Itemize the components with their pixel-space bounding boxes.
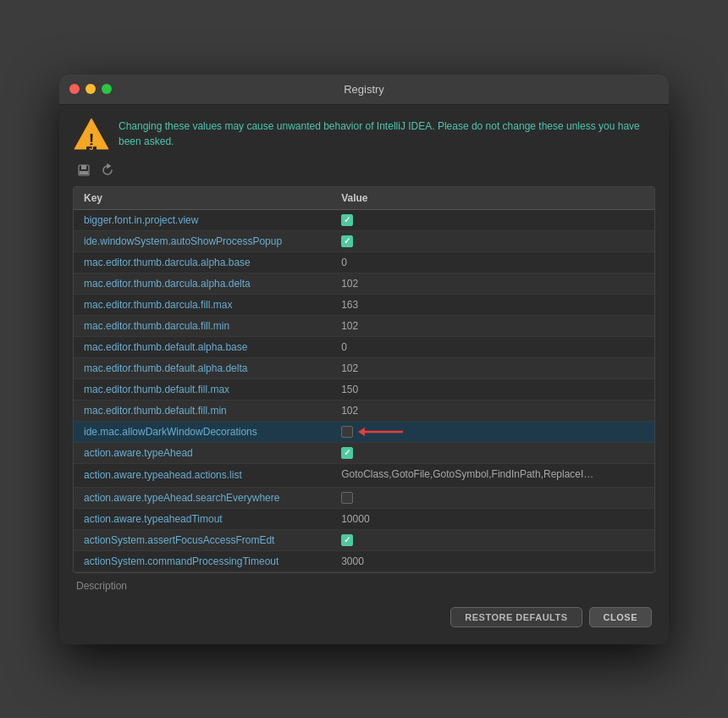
key-cell: action.aware.typeAhead.searchEverywhere xyxy=(74,487,331,508)
description-section: Description xyxy=(73,573,655,599)
key-cell: ide.windowSystem.autoShowProcessPopup xyxy=(74,230,331,251)
registry-window: Registry ! J Changing these values may c… xyxy=(59,75,669,644)
checkbox[interactable] xyxy=(341,534,353,546)
value-cell[interactable] xyxy=(331,209,654,230)
value-cell[interactable]: 0 xyxy=(331,251,654,273)
titlebar: Registry xyxy=(59,75,669,105)
table-row[interactable]: ide.mac.allowDarkWindowDecorations xyxy=(74,421,654,442)
table-header-row: Key Value xyxy=(74,187,654,210)
refresh-button[interactable] xyxy=(98,161,117,180)
value-cell[interactable]: 163 xyxy=(331,294,654,315)
checkbox[interactable] xyxy=(341,235,353,247)
key-cell: mac.editor.thumb.default.alpha.delta xyxy=(74,357,331,378)
table-row[interactable]: mac.editor.thumb.default.alpha.base0 xyxy=(74,336,654,357)
table-row[interactable]: actionSystem.assertFocusAccessFromEdt xyxy=(74,529,654,550)
checkbox[interactable] xyxy=(341,426,353,438)
svg-marker-7 xyxy=(108,164,110,168)
restore-defaults-button[interactable]: RESTORE DEFAULTS xyxy=(450,607,582,627)
table-row[interactable]: action.aware.typeAhead xyxy=(74,442,654,463)
key-cell: ide.mac.allowDarkWindowDecorations xyxy=(74,421,331,442)
table-row[interactable]: ide.windowSystem.autoShowProcessPopup xyxy=(74,230,654,251)
registry-table: Key Value bigger.font.in.project.viewide… xyxy=(74,187,654,572)
table-row[interactable]: mac.editor.thumb.default.alpha.delta102 xyxy=(74,357,654,378)
save-button[interactable] xyxy=(74,161,93,180)
value-cell[interactable]: 10000 xyxy=(331,508,654,529)
traffic-lights xyxy=(69,84,112,94)
value-text: GotoClass,GotoFile,GotoSymbol,FindInPath… xyxy=(341,468,595,480)
key-cell: mac.editor.thumb.darcula.alpha.delta xyxy=(74,273,331,294)
warning-banner: ! J Changing these values may cause unwa… xyxy=(73,115,655,152)
checkbox[interactable] xyxy=(341,492,353,504)
close-button[interactable]: CLOSE xyxy=(589,607,652,627)
value-cell[interactable]: 102 xyxy=(331,400,654,421)
table-row[interactable]: action.aware.typeAhead.searchEverywhere xyxy=(74,487,654,508)
value-cell[interactable]: 102 xyxy=(331,273,654,294)
window-body: ! J Changing these values may cause unwa… xyxy=(59,105,669,644)
table-row[interactable]: mac.editor.thumb.darcula.alpha.delta102 xyxy=(74,273,654,294)
key-column-header: Key xyxy=(74,187,331,210)
table-row[interactable]: mac.editor.thumb.darcula.fill.min102 xyxy=(74,315,654,336)
value-cell[interactable] xyxy=(331,230,654,251)
value-cell[interactable]: GotoClass,GotoFile,GotoSymbol,FindInPath… xyxy=(331,463,654,487)
key-cell: actionSystem.commandProcessingTimeout xyxy=(74,550,331,572)
table-row[interactable]: mac.editor.thumb.darcula.fill.max163 xyxy=(74,294,654,315)
window-title: Registry xyxy=(344,83,384,96)
value-cell[interactable] xyxy=(331,421,654,442)
svg-rect-6 xyxy=(80,171,88,174)
close-traffic-light[interactable] xyxy=(69,84,80,94)
svg-text:J: J xyxy=(89,143,93,152)
warning-icon: ! J xyxy=(73,115,110,152)
key-cell: actionSystem.assertFocusAccessFromEdt xyxy=(74,529,331,550)
table-row[interactable]: mac.editor.thumb.darcula.alpha.base0 xyxy=(74,251,654,273)
value-cell[interactable] xyxy=(331,487,654,508)
checkbox[interactable] xyxy=(341,214,353,226)
value-cell[interactable]: 3000 xyxy=(331,550,654,572)
description-label: Description xyxy=(76,580,127,592)
red-arrow-icon xyxy=(356,423,407,440)
key-cell: bigger.font.in.project.view xyxy=(74,209,331,230)
key-cell: mac.editor.thumb.darcula.alpha.base xyxy=(74,251,331,273)
registry-table-container[interactable]: Key Value bigger.font.in.project.viewide… xyxy=(73,186,655,573)
table-row[interactable]: actionSystem.commandProcessingTimeout300… xyxy=(74,550,654,572)
fullscreen-traffic-light[interactable] xyxy=(102,84,112,94)
value-cell[interactable] xyxy=(331,442,654,463)
key-cell: action.aware.typeAhead xyxy=(74,442,331,463)
toolbar xyxy=(73,161,655,180)
value-column-header: Value xyxy=(331,187,654,210)
key-cell: mac.editor.thumb.default.fill.max xyxy=(74,378,331,400)
warning-text: Changing these values may cause unwanted… xyxy=(119,115,655,149)
value-cell[interactable]: 102 xyxy=(331,315,654,336)
value-cell[interactable]: 0 xyxy=(331,336,654,357)
table-row[interactable]: action.aware.typeaheadTimout10000 xyxy=(74,508,654,529)
key-cell: mac.editor.thumb.darcula.fill.max xyxy=(74,294,331,315)
checkbox[interactable] xyxy=(341,447,353,459)
value-cell[interactable]: 102 xyxy=(331,357,654,378)
svg-rect-5 xyxy=(81,165,86,169)
value-cell[interactable] xyxy=(331,529,654,550)
footer: RESTORE DEFAULTS CLOSE xyxy=(73,599,655,634)
key-cell: mac.editor.thumb.default.fill.min xyxy=(74,400,331,421)
key-cell: mac.editor.thumb.darcula.fill.min xyxy=(74,315,331,336)
key-cell: action.aware.typeaheadTimout xyxy=(74,508,331,529)
key-cell: action.aware.typeahead.actions.list xyxy=(74,463,331,487)
table-row[interactable]: bigger.font.in.project.view xyxy=(74,209,654,230)
value-cell[interactable]: 150 xyxy=(331,378,654,400)
table-row[interactable]: mac.editor.thumb.default.fill.min102 xyxy=(74,400,654,421)
table-row[interactable]: action.aware.typeahead.actions.listGotoC… xyxy=(74,463,654,487)
minimize-traffic-light[interactable] xyxy=(85,84,96,94)
key-cell: mac.editor.thumb.default.alpha.base xyxy=(74,336,331,357)
svg-marker-9 xyxy=(358,428,365,436)
table-row[interactable]: mac.editor.thumb.default.fill.max150 xyxy=(74,378,654,400)
